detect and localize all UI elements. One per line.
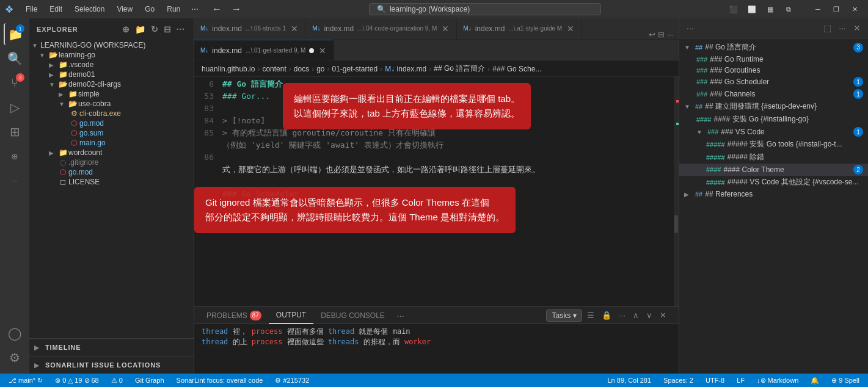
git-graph-button[interactable]: Git Graph (131, 374, 168, 387)
outline-item-vscode-settings[interactable]: ##### ##### VS Code 其他設定 {#vscode-se... (679, 176, 868, 189)
line-ending[interactable]: LF (733, 374, 748, 387)
new-folder-button[interactable]: 📁 (134, 23, 147, 35)
split-editor-icon[interactable]: ⊟ (658, 30, 665, 39)
tab-close-button[interactable]: ✕ (290, 24, 299, 34)
indentation[interactable]: Spaces: 2 (660, 374, 697, 387)
activity-run[interactable]: ▷ (4, 96, 26, 118)
panel-more-button[interactable]: ··· (392, 311, 409, 320)
tab-output[interactable]: OUTPUT (269, 307, 313, 324)
errors-warnings[interactable]: ⊗ 0 △ 19 ⊘ 68 (51, 374, 103, 387)
activity-remote[interactable]: ⊕ (4, 145, 26, 167)
tab-close-button[interactable]: ✕ (440, 24, 450, 34)
more-icon[interactable]: ··· (836, 22, 848, 34)
outline-item-go-scheduler[interactable]: ### ### Go Scheduler 1 (679, 76, 868, 88)
outline-item-goroutines[interactable]: ### ### Goroutines (679, 65, 868, 76)
file-main-go[interactable]: ⬡ main.go (29, 138, 194, 148)
menu-view[interactable]: View (112, 4, 137, 15)
lock-button[interactable]: 🔒 (599, 309, 614, 321)
sonarlint-header[interactable]: ▶ SONARLINT ISSUE LOCATIONS (29, 359, 194, 371)
outline-item-setup[interactable]: ▼ ## ## 建立開發環境 {#setup-dev-env} (679, 100, 868, 113)
breadcrumb-content[interactable]: content (262, 65, 286, 73)
tab-close-button[interactable]: ✕ (318, 46, 327, 56)
refresh-button[interactable]: ↻ (150, 23, 160, 35)
file-license[interactable]: ◻ LICENSE (29, 177, 194, 187)
menu-more[interactable]: ··· (191, 4, 199, 15)
close-button[interactable]: ✕ (846, 3, 863, 15)
restore-button[interactable]: ❐ (828, 3, 845, 15)
breadcrumb-h3[interactable]: ### Go Sche... (492, 65, 541, 73)
breadcrumb-site[interactable]: huanlin.github.io (202, 65, 255, 73)
activity-extensions[interactable]: ⊞ (4, 121, 26, 143)
outline-item-go-runtime[interactable]: ### ### Go Runtime (679, 54, 868, 65)
panel-layout-1[interactable]: ⬛ (725, 3, 742, 15)
panel-layout-3[interactable]: ▦ (762, 3, 779, 15)
activity-settings[interactable]: ⚙ (4, 347, 26, 369)
list-view-button[interactable]: ☰ (585, 309, 597, 321)
outline-item-references[interactable]: ▶ ## ## References (679, 189, 868, 200)
activity-more[interactable]: ··· (4, 170, 26, 192)
menu-go[interactable]: Go (140, 4, 159, 15)
file-go-sum-inner[interactable]: ⬡ go.sum (29, 128, 194, 138)
tab-debug-console[interactable]: DEBUG CONSOLE (313, 307, 392, 324)
minimize-button[interactable]: ─ (809, 3, 826, 15)
new-file-button[interactable]: ⊕ (121, 23, 131, 35)
folder-simple[interactable]: ▶ 📁 simple (29, 89, 194, 99)
encoding[interactable]: UTF-8 (702, 374, 728, 387)
notifications[interactable]: 🔔 (807, 374, 823, 387)
issue-id[interactable]: ⚙ #215732 (271, 374, 313, 387)
activity-explorer[interactable]: 📁 1 (4, 23, 26, 45)
outline-item-color-theme[interactable]: #### #### Color Theme 2 (679, 164, 868, 176)
tab-problems[interactable]: PROBLEMS 87 (199, 307, 269, 324)
panel-layout-2[interactable]: ⬜ (743, 3, 760, 15)
tab-a1-style-guide[interactable]: M↓ index.md ...\.a1-style-guide M ✕ (457, 18, 582, 39)
sonarlint-status[interactable]: SonarLint focus: overall code (173, 374, 267, 387)
file-gitignore[interactable]: ◌ .gitignore (29, 157, 194, 167)
search-box[interactable]: 🔍 learning-go (Workspace) (369, 3, 601, 15)
breadcrumb-section[interactable]: 01-get-started (332, 65, 378, 73)
close-panel-icon[interactable]: ✕ (851, 22, 863, 34)
more-actions-icon[interactable]: ··· (667, 30, 674, 39)
outline-item-go-tools[interactable]: ##### ##### 安裝 Go tools {#install-go-t..… (679, 138, 868, 151)
panel-layout-4[interactable]: ⧉ (780, 3, 797, 15)
language-mode[interactable]: ↓⊗ Markdown (753, 374, 802, 387)
spell-check[interactable]: ⊕ 9 Spell (828, 374, 863, 387)
more-options-button[interactable]: ··· (175, 23, 186, 35)
folder-demo01[interactable]: ▶ 📁 demo01 (29, 70, 194, 79)
scroll-up-button[interactable]: ∧ (630, 309, 641, 321)
outline-item-go-intro[interactable]: ▼ ## ## Go 語言簡介 3 (679, 41, 868, 54)
outline-item-vscode[interactable]: ▼ ### ### VS Code 1 (679, 126, 868, 138)
outline-more-button[interactable]: ··· (684, 22, 696, 34)
file-go-mod-inner[interactable]: ⬡ go.mod (29, 118, 194, 128)
tab-04-code-org[interactable]: M↓ index.md ...\.04-code-organization 9,… (306, 18, 457, 39)
scrollbar[interactable] (674, 77, 679, 306)
folder-learning-go[interactable]: ▼ 📂 learning-go (29, 50, 194, 60)
navigate-back-icon[interactable]: ↩ (649, 30, 655, 39)
split-editor-icon[interactable]: ⬚ (821, 22, 834, 34)
tasks-dropdown[interactable]: Tasks ▾ (546, 309, 582, 322)
folder-vscode[interactable]: ▶ 📁 .vscode (29, 60, 194, 70)
timeline-header[interactable]: ▶ TIMELINE (29, 341, 194, 353)
folder-demo02[interactable]: ▼ 📂 demo02-cli-args (29, 79, 194, 89)
folder-use-cobra[interactable]: ▼ 📂 use-cobra (29, 99, 194, 109)
file-go-mod-root[interactable]: ⬡ go.mod (29, 167, 194, 177)
cursor-position[interactable]: Ln 89, Col 281 (604, 374, 655, 387)
outline-item-channels[interactable]: ### ### Channels 1 (679, 88, 868, 100)
tab-close-button[interactable]: ✕ (566, 24, 575, 34)
panel-options-button[interactable]: ··· (616, 309, 628, 321)
workspace-root[interactable]: ▼ LEARNING-GO (WORKSPACE) (29, 40, 194, 50)
forward-button[interactable]: → (228, 2, 245, 16)
activity-search[interactable]: 🔍 (4, 48, 26, 70)
back-button[interactable]: ← (208, 2, 225, 16)
activity-accounts[interactable]: ◯ (4, 322, 26, 344)
outline-item-installing-go[interactable]: #### #### 安裝 Go {#installing-go} (679, 113, 868, 126)
menu-run[interactable]: Run (162, 4, 185, 15)
scroll-down-button[interactable]: ∨ (644, 309, 655, 321)
git-warnings[interactable]: ⚠ 0 (108, 374, 126, 387)
breadcrumb-h2[interactable]: ## Go 語言簡介 (434, 63, 485, 74)
menu-edit[interactable]: Edit (45, 4, 67, 15)
breadcrumb-docs[interactable]: docs (294, 65, 309, 73)
breadcrumb-file[interactable]: M↓ index.md (385, 65, 426, 73)
git-branch[interactable]: ⎇ main* ↻ (5, 374, 46, 387)
folder-more[interactable]: ▶ 📁 wordcount (29, 148, 194, 157)
tab-06-structs[interactable]: M↓ index.md ...\.06-structs 1 ✕ (194, 18, 306, 39)
